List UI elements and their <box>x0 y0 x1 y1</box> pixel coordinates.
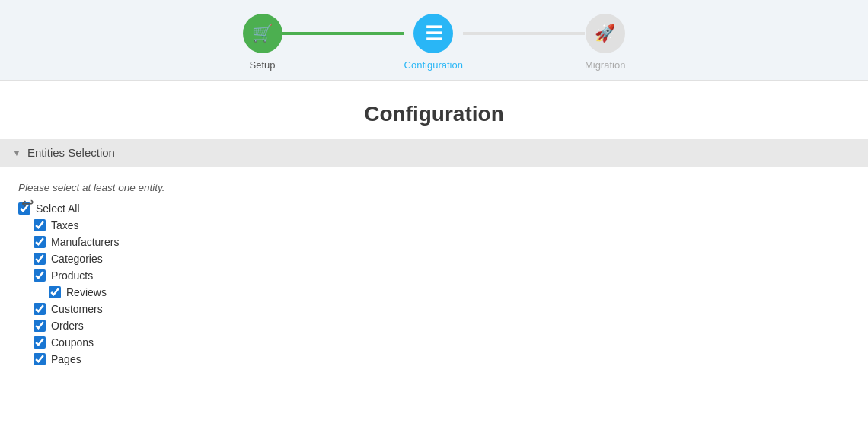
checkbox-manufacturers-input[interactable] <box>34 236 46 248</box>
entities-section: ▼ Entities Selection Please select at le… <box>0 139 868 377</box>
step-setup[interactable]: 🛒 Setup <box>243 14 282 71</box>
checkbox-coupons[interactable]: Coupons <box>34 336 850 349</box>
checkbox-coupons-input[interactable] <box>34 336 46 349</box>
section-title: Entities Selection <box>27 146 115 159</box>
checkbox-pages-input[interactable] <box>34 353 46 365</box>
checkbox-categories-input[interactable] <box>34 253 46 265</box>
checkbox-taxes-label[interactable]: Taxes <box>51 219 79 231</box>
checkbox-products-input[interactable] <box>34 269 46 282</box>
page-title-container: ↩ Configuration <box>0 81 868 139</box>
back-button[interactable]: ↩ <box>18 191 37 215</box>
checkbox-manufacturers-label[interactable]: Manufacturers <box>51 236 119 248</box>
step-connector-1 <box>282 32 404 35</box>
stepper-header: 🛒 Setup ☰ Configuration 🚀 Migration <box>0 0 868 81</box>
checkbox-customers-label[interactable]: Customers <box>51 303 103 315</box>
checkbox-products[interactable]: Products <box>34 269 850 282</box>
section-header: ▼ Entities Selection <box>0 139 868 167</box>
checkbox-products-label[interactable]: Products <box>51 269 93 282</box>
main-content: ↩ Configuration ▼ Entities Selection Ple… <box>0 81 868 430</box>
entity-list: Select All Taxes Manufacturers Categorie… <box>18 202 850 365</box>
step-circle-setup: 🛒 <box>243 14 282 53</box>
checkbox-categories-label[interactable]: Categories <box>51 253 103 265</box>
step-label-configuration: Configuration <box>404 59 463 71</box>
checkbox-reviews-label[interactable]: Reviews <box>66 286 107 298</box>
stepper: 🛒 Setup ☰ Configuration 🚀 Migration <box>243 14 626 71</box>
checkbox-pages[interactable]: Pages <box>34 353 850 365</box>
collapse-icon: ▼ <box>12 148 21 158</box>
step-circle-configuration: ☰ <box>413 14 453 53</box>
checkbox-taxes[interactable]: Taxes <box>34 219 850 231</box>
checkbox-reviews[interactable]: Reviews <box>49 286 850 298</box>
step-configuration[interactable]: ☰ Configuration <box>404 14 463 71</box>
checkbox-taxes-input[interactable] <box>34 219 46 231</box>
page-title: Configuration <box>0 102 868 126</box>
checkbox-reviews-input[interactable] <box>49 286 61 298</box>
step-label-setup: Setup <box>250 59 276 71</box>
checkbox-select-all-label[interactable]: Select All <box>36 202 80 215</box>
hint-text: Please select at least one entity. <box>18 182 850 193</box>
checkbox-orders-label[interactable]: Orders <box>51 320 84 332</box>
checkbox-manufacturers[interactable]: Manufacturers <box>34 236 850 248</box>
step-circle-migration: 🚀 <box>586 14 625 53</box>
checkbox-orders[interactable]: Orders <box>34 320 850 332</box>
step-connector-2 <box>463 32 585 35</box>
step-migration[interactable]: 🚀 Migration <box>585 14 625 71</box>
checkbox-orders-input[interactable] <box>34 320 46 332</box>
step-label-migration: Migration <box>585 59 625 71</box>
checkbox-pages-label[interactable]: Pages <box>51 353 81 365</box>
checkbox-customers[interactable]: Customers <box>34 303 850 315</box>
section-body: Please select at least one entity. Selec… <box>0 176 868 377</box>
checkbox-categories[interactable]: Categories <box>34 253 850 265</box>
checkbox-customers-input[interactable] <box>34 303 46 315</box>
checkbox-coupons-label[interactable]: Coupons <box>51 336 94 349</box>
checkbox-select-all[interactable]: Select All <box>18 202 850 215</box>
